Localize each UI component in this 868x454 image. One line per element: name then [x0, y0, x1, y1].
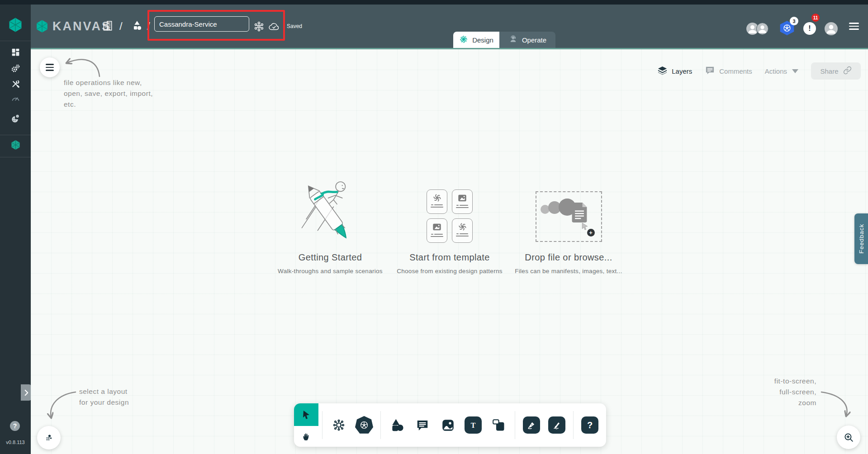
profile-avatar[interactable] — [825, 22, 838, 35]
kanvas-app: ? v0.8.113 KANVAS / / Saved — [0, 0, 868, 454]
layers-icon — [657, 65, 668, 77]
kubernetes-tool[interactable] — [354, 415, 375, 435]
comment-tool[interactable] — [412, 415, 433, 435]
actions-label: Actions — [765, 67, 787, 75]
sidebar-divider — [0, 157, 31, 157]
toolbar-divider — [322, 411, 323, 439]
getting-started-card[interactable]: Getting Started Walk-throughs and sample… — [262, 174, 398, 274]
sidebar-divider — [0, 41, 31, 41]
image-tool[interactable] — [437, 415, 458, 435]
design-name-input[interactable] — [154, 16, 249, 32]
kanvas-logo-icon[interactable] — [35, 19, 49, 33]
getting-started-illustration — [293, 174, 368, 246]
feedback-tab[interactable]: Feedback — [854, 213, 868, 264]
sidebar-divider — [0, 135, 31, 135]
toolbar-divider — [380, 411, 381, 439]
pen-tool[interactable] — [521, 415, 542, 435]
annotation-file-operations: file operations like new, open, save, ex… — [64, 77, 153, 110]
toolbar-divider — [515, 411, 515, 439]
drop-file-card[interactable]: + Drop file or browse... Files can be ma… — [501, 174, 636, 274]
template-thumb-image[interactable] — [452, 189, 473, 214]
document-icon — [571, 202, 588, 225]
canvas-menu-button[interactable] — [40, 57, 60, 77]
tab-operate[interactable]: Operate — [499, 32, 555, 48]
dashboard-icon[interactable] — [0, 47, 31, 57]
patterns-circle-icon[interactable] — [0, 113, 31, 124]
top-header: KANVAS / / Saved Design — [31, 5, 868, 48]
help-tool[interactable]: ? — [579, 415, 600, 435]
comments-button[interactable]: Comments — [705, 65, 752, 77]
share-label: Share — [820, 67, 838, 75]
kanvas-sidebar-icon[interactable] — [0, 139, 31, 150]
toolbar-divider — [573, 411, 574, 439]
comment-icon — [705, 65, 715, 77]
cursor-tool[interactable] — [294, 403, 318, 426]
template-thumbnails — [427, 174, 473, 246]
operate-person-headset-icon — [508, 34, 518, 45]
rectangle-tool[interactable] — [488, 415, 509, 435]
notification-badge: 11 — [811, 14, 820, 22]
layout-selector-button[interactable] — [37, 426, 61, 449]
layers-label: Layers — [672, 67, 692, 75]
card-subtitle: Choose from existing design patterns — [397, 268, 503, 274]
template-thumb-image[interactable] — [427, 218, 447, 243]
tab-design[interactable]: Design — [453, 32, 499, 48]
mesh-visibility-icon[interactable] — [253, 19, 265, 33]
text-tool[interactable]: T — [463, 415, 484, 435]
feedback-label: Feedback — [858, 224, 865, 254]
meshery-logo-icon[interactable] — [8, 17, 23, 33]
organization-building-icon[interactable] — [102, 19, 114, 33]
zoom-controls-button[interactable] — [837, 426, 860, 449]
card-title: Drop file or browse... — [525, 252, 612, 263]
plus-badge-icon: + — [587, 229, 595, 236]
template-thumb-swirl[interactable] — [452, 218, 473, 243]
performance-gauge-icon[interactable] — [0, 93, 31, 104]
tab-design-label: Design — [472, 36, 493, 44]
saved-status: Saved — [287, 5, 302, 48]
file-drop-zone[interactable]: + — [536, 191, 602, 242]
canvas-topbar: Layers Comments Actions Share — [657, 62, 861, 80]
cloud-saved-icon[interactable] — [268, 19, 280, 33]
chevron-down-icon — [792, 69, 798, 73]
collaborator-avatar[interactable] — [756, 23, 768, 35]
annotation-select-layout: select a layout for your design — [79, 386, 129, 408]
svg-text:T: T — [471, 421, 476, 429]
kubernetes-context-badge: 3 — [790, 17, 798, 25]
component-tool[interactable] — [328, 415, 349, 435]
start-from-template-card[interactable]: Start from template Choose from existing… — [382, 174, 517, 274]
card-subtitle: Files can be manifests, images, text... — [515, 268, 622, 274]
mode-tabs: Design Operate — [453, 32, 555, 48]
annotation-zoom-controls: fit-to-screen, full-screen, zoom — [774, 376, 816, 408]
header-menu-icon[interactable] — [849, 21, 859, 32]
select-tools-column — [294, 403, 318, 447]
design-swirl-icon — [459, 35, 468, 45]
breadcrumb-separator: / — [119, 5, 123, 48]
toolkit-wrench-icon[interactable] — [0, 78, 31, 89]
window-top-strip — [0, 0, 868, 5]
share-button[interactable]: Share — [811, 62, 861, 80]
breadcrumb-separator: / — [147, 5, 150, 48]
workspace-shapes-icon[interactable] — [131, 19, 143, 33]
tab-operate-label: Operate — [522, 36, 546, 44]
shapes-tool[interactable] — [387, 415, 408, 435]
settings-gears-icon[interactable] — [0, 63, 31, 74]
layers-button[interactable]: Layers — [657, 65, 692, 77]
share-link-icon — [843, 66, 852, 76]
card-title: Start from template — [409, 252, 490, 263]
design-canvas[interactable]: file operations like new, open, save, ex… — [31, 49, 868, 454]
template-thumb-swirl[interactable] — [427, 189, 447, 214]
notification-bell-icon[interactable]: ! — [803, 22, 816, 35]
sidebar-expander-chevron[interactable] — [21, 384, 32, 401]
actions-dropdown[interactable]: Actions — [765, 67, 798, 75]
card-subtitle: Walk-throughs and sample scenarios — [278, 268, 383, 274]
bottom-toolbar: T ? — [294, 403, 606, 447]
help-button[interactable]: ? — [10, 421, 20, 431]
left-sidebar: ? v0.8.113 — [0, 5, 31, 454]
comments-label: Comments — [719, 67, 752, 75]
pencil-tool[interactable] — [546, 415, 567, 435]
app-version: v0.8.113 — [0, 440, 31, 445]
pan-hand-tool[interactable] — [294, 426, 318, 447]
card-title: Getting Started — [299, 252, 362, 263]
